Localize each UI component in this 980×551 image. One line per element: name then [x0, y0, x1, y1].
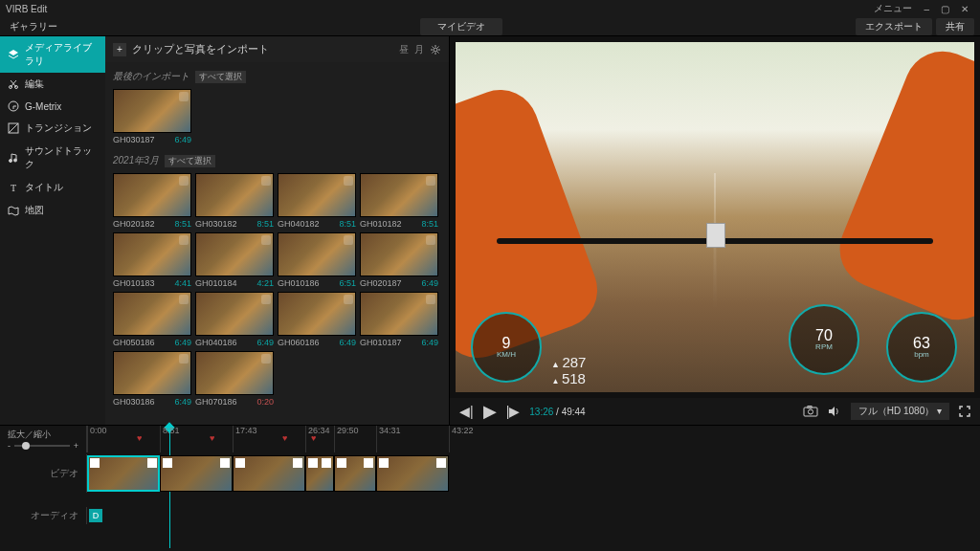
timeline-segment[interactable]	[376, 455, 449, 492]
segment-handle-left[interactable]	[379, 458, 389, 468]
clip-item[interactable]: GH0201876:49	[360, 232, 438, 288]
clip-item[interactable]: GH0101844:21	[195, 232, 274, 288]
segment-handle-right[interactable]	[364, 458, 373, 468]
import-button[interactable]: +	[113, 43, 126, 56]
clip-name: GH010186	[278, 278, 320, 288]
clip-item[interactable]: GH0601866:49	[278, 292, 356, 347]
share-button[interactable]: 共有	[936, 18, 974, 35]
segment-handle-right[interactable]	[293, 458, 302, 468]
sidebar-item-transition[interactable]: トランジション	[0, 117, 105, 140]
clip-duration: 8:51	[339, 219, 356, 229]
resolution-select[interactable]: フル（HD 1080） ▾	[851, 403, 949, 420]
segment-handle-left[interactable]	[163, 458, 172, 468]
clip-duration: 6:49	[174, 338, 191, 347]
play-button[interactable]: ▶	[483, 401, 497, 422]
clip-name: GH010184	[195, 278, 237, 288]
sidebar-item-label: タイトル	[25, 181, 63, 194]
next-frame-button[interactable]: |▶	[506, 404, 521, 419]
clip-badge-icon	[344, 295, 353, 304]
segment-handle-right[interactable]	[436, 458, 446, 468]
svg-marker-11	[829, 407, 835, 416]
segment-handle-left[interactable]	[337, 458, 346, 468]
segment-handle-right[interactable]	[322, 458, 331, 468]
clip-item[interactable]: GH0301866:49	[113, 351, 191, 407]
clip-thumbnail	[360, 232, 438, 276]
clip-badge-icon	[344, 176, 353, 186]
time-tick: 29:50	[334, 426, 359, 452]
sidebar-item-media-library[interactable]: メディアライブラリ	[0, 36, 105, 73]
timeline-segment[interactable]	[233, 455, 305, 492]
settings-icon[interactable]	[430, 44, 441, 55]
sidebar-item-label: トランジション	[25, 121, 92, 135]
sidebar-item-gmetrix[interactable]: G-Metrix	[0, 96, 105, 117]
minimize-button[interactable]: –	[918, 4, 935, 14]
maximize-button[interactable]: ▢	[935, 4, 955, 14]
heartrate-gauge: 63bpm	[886, 312, 957, 383]
sidebar-item-label: G-Metrix	[25, 101, 61, 112]
video-preview[interactable]: 9KM/H ▲ 287 ▲ 518 70RPM 63bpm	[456, 42, 974, 392]
clip-badge-icon	[426, 235, 435, 245]
volume-button[interactable]	[828, 406, 841, 417]
sidebar-item-title[interactable]: T タイトル	[0, 176, 105, 199]
segment-handle-left[interactable]	[308, 458, 318, 468]
tab-my-video[interactable]: マイビデオ	[420, 18, 502, 35]
clip-item[interactable]: GH0101866:51	[278, 232, 356, 288]
clip-item[interactable]: GH0101876:49	[360, 292, 438, 347]
time-tick: 8:51	[160, 426, 180, 452]
clip-item[interactable]: GH0301828:51	[195, 173, 274, 229]
segment-handle-left[interactable]	[90, 458, 100, 468]
clip-item[interactable]: GH0301876:49	[113, 89, 191, 144]
clip-item[interactable]: GH0401828:51	[278, 173, 356, 229]
timeline-segment[interactable]	[87, 455, 160, 492]
segment-handle-right[interactable]	[220, 458, 230, 468]
select-all-chip[interactable]: すべて選択	[165, 155, 215, 167]
rpm-gauge: 70RPM	[789, 304, 859, 375]
clip-duration: 6:51	[339, 278, 356, 288]
clip-item[interactable]: GH0501866:49	[113, 292, 191, 347]
segment-handle-right[interactable]	[147, 458, 157, 468]
clip-name: GH030187	[113, 135, 155, 144]
clip-item[interactable]: GH0101834:41	[113, 232, 191, 288]
video-track[interactable]	[86, 454, 980, 493]
clip-badge-icon	[344, 235, 353, 245]
time-tick: 26:34	[305, 426, 330, 452]
sidebar-item-edit[interactable]: 編集	[0, 73, 105, 96]
gallery-link[interactable]: ギャラリー	[0, 20, 67, 33]
sidebar-item-soundtrack[interactable]: サウンドトラック	[0, 140, 105, 176]
clip-duration: 6:49	[421, 338, 438, 347]
timeline-segment[interactable]	[305, 455, 334, 492]
clip-item[interactable]: GH0201828:51	[113, 173, 191, 229]
timeline: 拡大／縮小 -+ 0:008:51♥17:43♥26:34♥29:50♥34:3…	[0, 425, 980, 551]
zoom-slider[interactable]: -+	[8, 441, 78, 451]
fullscreen-button[interactable]	[959, 406, 970, 417]
view-day-button[interactable]: 昼	[399, 43, 409, 56]
timeline-segment[interactable]	[160, 455, 233, 492]
menu-button[interactable]: メニュー	[868, 2, 918, 15]
close-button[interactable]: ✕	[955, 4, 974, 14]
sidebar-item-label: サウンドトラック	[25, 144, 98, 171]
sidebar-item-map[interactable]: 地図	[0, 199, 105, 222]
time-ruler[interactable]: 0:008:51♥17:43♥26:34♥29:50♥34:3143:22	[86, 426, 980, 452]
clip-duration: 6:49	[421, 278, 438, 288]
svg-rect-8	[804, 408, 817, 416]
snapshot-button[interactable]	[803, 406, 818, 417]
audio-track[interactable]: D	[86, 507, 980, 524]
clip-item[interactable]: GH0401866:49	[195, 292, 274, 347]
timeline-segment[interactable]	[334, 455, 376, 492]
select-all-chip[interactable]: すべて選択	[195, 71, 246, 83]
clip-duration: 8:51	[256, 219, 274, 229]
clip-badge-icon	[426, 295, 435, 304]
time-tick: 34:31	[376, 426, 401, 452]
prev-frame-button[interactable]: ◀|	[459, 404, 474, 419]
svg-point-9	[808, 409, 813, 414]
segment-handle-left[interactable]	[235, 458, 245, 468]
export-button[interactable]: エクスポート	[856, 18, 932, 35]
audio-chip[interactable]: D	[89, 509, 102, 522]
view-month-button[interactable]: 月	[414, 43, 424, 56]
clip-name: GH040182	[278, 219, 320, 229]
clip-item[interactable]: GH0701860:20	[195, 351, 274, 407]
clip-item[interactable]: GH0101828:51	[360, 173, 438, 229]
clip-duration: 8:51	[174, 219, 191, 229]
clip-thumbnail	[195, 292, 274, 336]
clip-duration: 8:51	[421, 219, 438, 229]
